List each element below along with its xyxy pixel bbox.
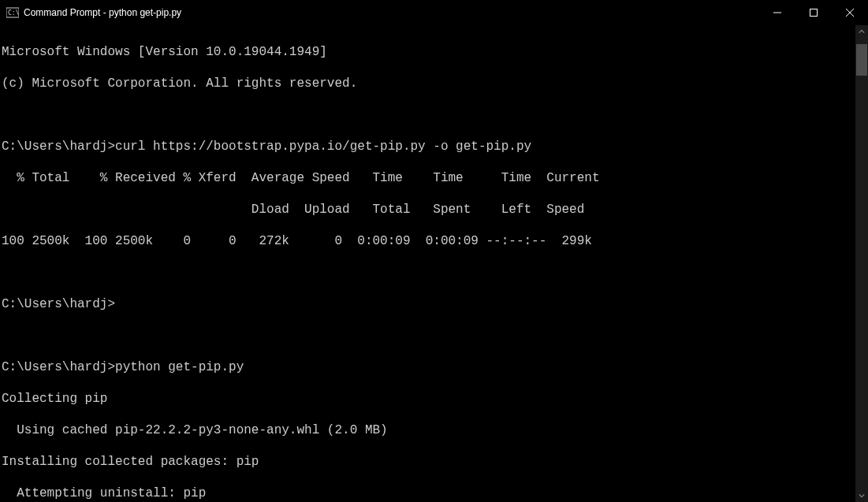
terminal-line [2, 265, 868, 281]
window-controls [759, 0, 868, 25]
terminal-line: Dload Upload Total Spent Left Speed [2, 202, 868, 218]
terminal-line [2, 107, 868, 123]
cmd-icon: C:\ [6, 6, 19, 19]
terminal-line: Installing collected packages: pip [2, 454, 868, 470]
terminal-line: Microsoft Windows [Version 10.0.19044.19… [2, 44, 868, 60]
svg-rect-3 [810, 9, 818, 17]
svg-text:C:\: C:\ [8, 9, 19, 17]
terminal-line [2, 328, 868, 344]
close-button[interactable] [832, 0, 868, 25]
scroll-down-icon[interactable] [855, 489, 868, 502]
terminal-line: Attempting uninstall: pip [2, 485, 868, 501]
window-titlebar: C:\ Command Prompt - python get-pip.py [0, 0, 868, 25]
minimize-button[interactable] [759, 0, 795, 25]
terminal-line: C:\Users\hardj>curl https://bootstrap.py… [2, 139, 868, 154]
scrollbar-thumb[interactable] [856, 44, 867, 76]
terminal-line: C:\Users\hardj> [2, 296, 868, 312]
terminal-line: Using cached pip-22.2.2-py3-none-any.whl… [2, 422, 868, 438]
terminal-line: C:\Users\hardj>python get-pip.py [2, 359, 868, 375]
terminal-line: Collecting pip [2, 391, 868, 407]
vertical-scrollbar[interactable] [855, 25, 868, 502]
terminal-line: 100 2500k 100 2500k 0 0 272k 0 0:00:09 0… [2, 233, 868, 249]
terminal-output[interactable]: Microsoft Windows [Version 10.0.19044.19… [0, 25, 868, 502]
maximize-button[interactable] [795, 0, 832, 25]
scroll-up-icon[interactable] [855, 25, 868, 38]
terminal-line: % Total % Received % Xferd Average Speed… [2, 170, 868, 186]
window-title: Command Prompt - python get-pip.py [24, 7, 181, 18]
terminal-line: (c) Microsoft Corporation. All rights re… [2, 76, 868, 91]
